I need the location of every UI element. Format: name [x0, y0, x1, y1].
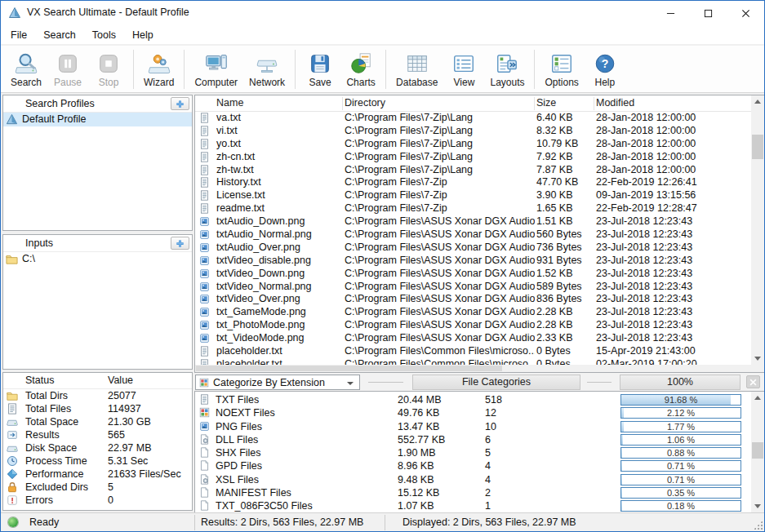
category-scroll-thumb[interactable]: [752, 442, 763, 459]
table-row[interactable]: txt_PhotoMode.pngC:\Program Files\ASUS X…: [195, 319, 751, 332]
toolbar-wizard-button[interactable]: Wizard: [138, 49, 180, 90]
category-row[interactable]: TXT Files20.44 MB51891.68 %: [195, 393, 751, 406]
category-row[interactable]: GPD Files8.96 KB40.71 %: [195, 459, 751, 472]
profile-label: Default Profile: [22, 113, 87, 126]
close-button[interactable]: [727, 1, 764, 25]
percent-label: 0.35 %: [621, 488, 741, 498]
menu-help[interactable]: Help: [124, 27, 162, 43]
stop-label: Stop: [99, 77, 119, 88]
status-label: Total Space: [25, 415, 78, 428]
category-row[interactable]: TXT_086F3C50 Files1.07 KB10.18 %: [195, 499, 751, 512]
table-row[interactable]: vi.txtC:\Program Files\7-Zip\Lang8.32 KB…: [195, 125, 751, 138]
search-label: Search: [11, 77, 42, 88]
file-modified: 28-Jan-2018 12:00:00: [596, 164, 751, 177]
minimize-button[interactable]: [652, 1, 689, 25]
name-column-header[interactable]: Name: [216, 97, 243, 109]
status-label: Excluded Dirs: [25, 481, 88, 494]
profiles-list: Default Profile: [3, 113, 192, 126]
scale-button[interactable]: 100%: [620, 375, 741, 390]
file-horizontal-scrollbar[interactable]: [195, 365, 751, 372]
toolbar-database-button[interactable]: Database: [390, 49, 443, 90]
table-row[interactable]: txtVideo_disable.pngC:\Program Files\ASU…: [195, 255, 751, 268]
category-row[interactable]: NOEXT Files49.76 KB122.12 %: [195, 406, 751, 419]
menu-file[interactable]: File: [2, 27, 35, 43]
table-row[interactable]: zh-cn.txtC:\Program Files\7-Zip\Lang7.92…: [195, 151, 751, 164]
table-row[interactable]: txtVideo_Down.pngC:\Program Files\ASUS X…: [195, 268, 751, 281]
toolbar-help-button[interactable]: ?Help: [585, 49, 625, 90]
category-row[interactable]: PNG Files13.47 KB101.77 %: [195, 420, 751, 433]
table-row[interactable]: History.txtC:\Program Files\7-Zip47.70 K…: [195, 176, 751, 189]
category-row[interactable]: XSL Files9.48 KB40.71 %: [195, 473, 751, 486]
png-file-icon: [199, 294, 210, 304]
scroll-up-arrow-icon[interactable]: [751, 392, 764, 404]
directory-column-header[interactable]: Directory: [345, 97, 385, 109]
table-row[interactable]: txt_GameMode.pngC:\Program Files\ASUS Xo…: [195, 306, 751, 319]
txt-file-icon: [199, 346, 210, 357]
menu-tools[interactable]: Tools: [84, 27, 124, 43]
table-row[interactable]: txtAudio_Down.pngC:\Program Files\ASUS X…: [195, 215, 751, 228]
status-row: Total Space21.30 GB: [3, 415, 192, 428]
file-modified: 28-Jan-2018 12:00:00: [596, 138, 751, 151]
profile-item[interactable]: Default Profile: [3, 113, 192, 126]
toolbar-options-button[interactable]: Options: [539, 49, 584, 90]
toolbar-view-button[interactable]: View: [443, 49, 484, 90]
category-row[interactable]: MANIFEST Files15.12 KB20.35 %: [195, 486, 751, 499]
search-profiles-panel: Search Profiles Default Profile: [2, 95, 193, 231]
add-input-button[interactable]: [171, 237, 189, 250]
file-modified: 23-Jul-2018 12:23:43: [596, 215, 751, 228]
scroll-up-arrow-icon[interactable]: [751, 95, 764, 108]
table-row[interactable]: zh-tw.txtC:\Program Files\7-Zip\Lang7.87…: [195, 164, 751, 177]
table-row[interactable]: placeholder.txtC:\Program Files\Common F…: [195, 358, 751, 365]
table-row[interactable]: txtAudio_Over.pngC:\Program Files\ASUS X…: [195, 242, 751, 255]
add-profile-button[interactable]: [171, 97, 189, 110]
category-row[interactable]: DLL Files552.77 KB61.06 %: [195, 433, 751, 446]
txt-file-icon: [199, 190, 210, 201]
file-directory: C:\Program Files\7-Zip\Lang: [345, 112, 535, 125]
file-directory: C:\Program Files\ASUS Xonar DGX Audio...: [345, 215, 535, 228]
toolbar-save-button[interactable]: Save: [300, 49, 340, 90]
results-summary: Results: 2 Dirs, 563 Files, 22.97 MB: [201, 516, 363, 528]
file-scroll-thumb[interactable]: [752, 135, 763, 159]
png-file-icon: [199, 255, 210, 266]
file-categories-button[interactable]: File Categories: [412, 375, 580, 390]
table-row[interactable]: va.txtC:\Program Files\7-Zip\Lang6.40 KB…: [195, 112, 751, 125]
resize-grip[interactable]: [754, 521, 763, 530]
performance-icon: [7, 468, 18, 480]
category-size: 49.76 KB: [398, 406, 439, 419]
table-row[interactable]: txtVideo_Normal.pngC:\Program Files\ASUS…: [195, 281, 751, 294]
categorize-dropdown[interactable]: Categorize By Extension: [195, 375, 360, 390]
size-column-header[interactable]: Size: [536, 97, 556, 109]
toolbar-search-button[interactable]: Search: [5, 49, 47, 90]
category-vertical-scrollbar[interactable]: [751, 392, 764, 512]
modified-column-header[interactable]: Modified: [596, 97, 634, 109]
file-hscroll-thumb[interactable]: [196, 366, 502, 371]
table-row[interactable]: placeholder.txtC:\Program Files\Common F…: [195, 345, 751, 358]
status-row: Excluded Dirs5: [3, 481, 192, 494]
category-count: 12: [485, 406, 496, 419]
table-row[interactable]: txt_VideoMode.pngC:\Program Files\ASUS X…: [195, 332, 751, 345]
table-row[interactable]: License.txtC:\Program Files\7-Zip3.90 KB…: [195, 189, 751, 202]
toolbar-charts-button[interactable]: Charts: [340, 49, 381, 90]
menu-search[interactable]: Search: [35, 27, 84, 43]
category-name: SHX Files: [216, 446, 261, 459]
scroll-down-arrow-icon[interactable]: [751, 500, 764, 512]
file-directory: C:\Program Files\7-Zip: [345, 189, 535, 202]
table-row[interactable]: yo.txtC:\Program Files\7-Zip\Lang10.79 K…: [195, 138, 751, 151]
category-percent-bar: 0.18 %: [620, 500, 741, 512]
disk-icon: [7, 416, 18, 428]
category-row[interactable]: SHX Files1.90 MB50.88 %: [195, 446, 751, 459]
table-row[interactable]: readme.txtC:\Program Files\7-Zip1.65 KB2…: [195, 202, 751, 215]
table-row[interactable]: txtVideo_Over.pngC:\Program Files\ASUS X…: [195, 293, 751, 306]
category-name: XSL Files: [216, 473, 259, 486]
scroll-down-arrow-icon[interactable]: [751, 352, 764, 365]
toolbar-layouts-button[interactable]: Layouts: [484, 49, 530, 90]
input-item[interactable]: C:\: [3, 252, 192, 266]
main-toolbar: SearchPauseStopWizardComputerNetworkSave…: [1, 46, 764, 93]
close-categories-button[interactable]: [746, 375, 760, 388]
table-row[interactable]: txtAudio_Normal.pngC:\Program Files\ASUS…: [195, 228, 751, 242]
toolbar-network-button[interactable]: Network: [243, 49, 291, 90]
file-vertical-scrollbar[interactable]: [751, 95, 764, 365]
toolbar-computer-button[interactable]: Computer: [189, 49, 243, 90]
maximize-button[interactable]: [689, 1, 727, 25]
file-modified: 09-Jan-2019 13:15:56: [596, 189, 751, 202]
